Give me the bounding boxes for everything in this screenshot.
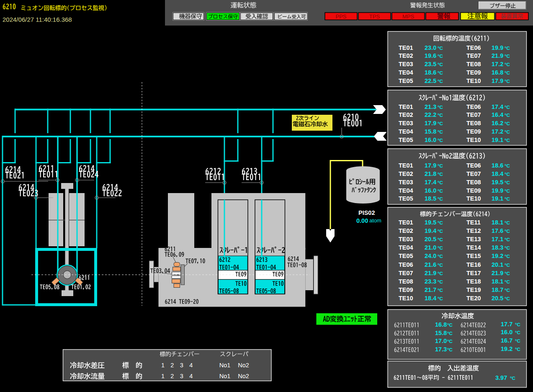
svg-text:3: 3	[180, 362, 183, 369]
svg-text:TE16: TE16	[466, 261, 481, 268]
svg-text:16.0: 16.0	[425, 137, 436, 143]
svg-text:18.6: 18.6	[492, 162, 503, 169]
svg-text:TE08: TE08	[399, 278, 413, 285]
svg-text:°C: °C	[505, 180, 510, 185]
svg-text:TE04: TE04	[399, 69, 413, 76]
svg-text:TE03: TE03	[399, 61, 413, 67]
svg-text:18.1: 18.1	[492, 278, 503, 285]
svg-text:21.3: 21.3	[425, 103, 436, 110]
svg-text:18.7: 18.7	[492, 286, 503, 293]
svg-text:TE13: TE13	[466, 236, 481, 242]
svg-text:19.4: 19.4	[425, 227, 436, 234]
svg-text:16.8: 16.8	[435, 321, 447, 328]
svg-text:15.8: 15.8	[435, 330, 447, 336]
svg-text:TE08: TE08	[466, 179, 481, 186]
svg-text:19.9: 19.9	[492, 187, 503, 194]
svg-text:TE01: TE01	[399, 219, 413, 226]
svg-text:TE10: TE10	[466, 195, 481, 202]
svg-text:TE01: TE01	[399, 162, 413, 169]
svg-text:3.97: 3.97	[495, 374, 507, 381]
svg-text:16.7: 16.7	[501, 337, 512, 344]
svg-text:°C: °C	[510, 376, 515, 381]
svg-text:°C: °C	[505, 279, 510, 284]
svg-text:TE09: TE09	[399, 286, 413, 293]
svg-text:TE03: TE03	[399, 120, 413, 126]
svg-text:2024/06/27 11:40:16.368: 2024/06/27 11:40:16.368	[3, 16, 72, 23]
svg-text:19.5: 19.5	[492, 179, 503, 186]
svg-text:TE05: TE05	[399, 137, 413, 143]
svg-text:2: 2	[170, 373, 174, 379]
svg-text:TE08: TE08	[466, 120, 481, 126]
svg-text:°C: °C	[438, 129, 443, 134]
svg-text:°C: °C	[505, 263, 510, 268]
svg-text:21.8: 21.8	[425, 170, 436, 177]
svg-text:TE18: TE18	[466, 278, 481, 285]
svg-text:23.5: 23.5	[425, 61, 436, 67]
svg-text:°C: °C	[438, 263, 443, 268]
svg-text:TE02: TE02	[399, 111, 413, 118]
svg-text:TE07: TE07	[466, 170, 481, 177]
svg-text:17.4: 17.4	[425, 179, 436, 186]
svg-text:°C: °C	[505, 172, 510, 177]
svg-text:°C: °C	[505, 196, 510, 201]
svg-text:°C: °C	[438, 46, 443, 51]
svg-text:18.5: 18.5	[425, 195, 436, 202]
svg-text:15.8: 15.8	[425, 128, 436, 135]
svg-text:°C: °C	[438, 138, 443, 143]
svg-text:°C: °C	[505, 220, 510, 225]
svg-text:TE06: TE06	[399, 261, 413, 268]
svg-text:°C: °C	[438, 180, 443, 185]
svg-text:°C: °C	[505, 288, 510, 293]
svg-text:TE15: TE15	[466, 253, 481, 259]
svg-text:17.2: 17.2	[492, 61, 503, 67]
svg-text:°C: °C	[438, 296, 443, 301]
svg-text:TE09: TE09	[466, 187, 481, 194]
svg-text:21.9: 21.9	[425, 270, 436, 276]
svg-text:°C: °C	[505, 245, 510, 250]
svg-text:PPS: PPS	[335, 13, 346, 20]
svg-text:4: 4	[189, 373, 193, 379]
svg-text:18.3: 18.3	[492, 244, 503, 251]
svg-text:17.9: 17.9	[425, 162, 436, 169]
svg-text:TE04: TE04	[399, 244, 413, 251]
svg-text:°C: °C	[515, 330, 520, 335]
svg-text:MPS: MPS	[402, 13, 415, 20]
svg-text:°C: °C	[505, 62, 510, 67]
svg-text:TE14: TE14	[466, 244, 481, 251]
svg-text:21.9: 21.9	[492, 52, 503, 59]
svg-text:17.1: 17.1	[492, 236, 503, 242]
svg-text:°C: °C	[438, 172, 443, 177]
svg-text:17.9: 17.9	[492, 77, 503, 84]
svg-text:TE09: TE09	[466, 69, 481, 76]
svg-text:17.7: 17.7	[501, 321, 512, 328]
svg-text:°C: °C	[505, 105, 510, 110]
svg-text:°C: °C	[438, 105, 443, 110]
svg-text:°C: °C	[438, 163, 443, 168]
svg-text:TE20: TE20	[466, 295, 481, 302]
svg-text:°C: °C	[438, 229, 443, 234]
svg-text:TE05: TE05	[399, 77, 413, 84]
svg-text:TE07: TE07	[466, 111, 481, 118]
svg-text:TE09: TE09	[466, 128, 481, 135]
svg-text:°C: °C	[447, 322, 453, 328]
svg-text:°C: °C	[438, 62, 443, 67]
svg-text:TE02: TE02	[399, 52, 413, 59]
svg-text:21.7: 21.7	[425, 286, 436, 293]
svg-text:°C: °C	[438, 70, 443, 75]
svg-text:°C: °C	[505, 79, 510, 84]
svg-text:°C: °C	[447, 339, 453, 344]
svg-text:°C: °C	[438, 245, 443, 250]
svg-text:16.8: 16.8	[492, 69, 503, 76]
svg-text:21.0: 21.0	[425, 244, 436, 251]
svg-text:°C: °C	[438, 79, 443, 84]
svg-text:TE10: TE10	[399, 295, 413, 302]
svg-text:No1: No1	[219, 362, 231, 369]
svg-text:TE02: TE02	[399, 170, 413, 177]
svg-text:°C: °C	[505, 138, 510, 143]
svg-text:TE01: TE01	[399, 44, 413, 51]
svg-text:TE03: TE03	[399, 179, 413, 186]
svg-text:°C: °C	[438, 121, 443, 126]
svg-text:°C: °C	[505, 113, 510, 118]
svg-text:0.00: 0.00	[356, 217, 368, 224]
svg-text:No2: No2	[238, 362, 249, 369]
